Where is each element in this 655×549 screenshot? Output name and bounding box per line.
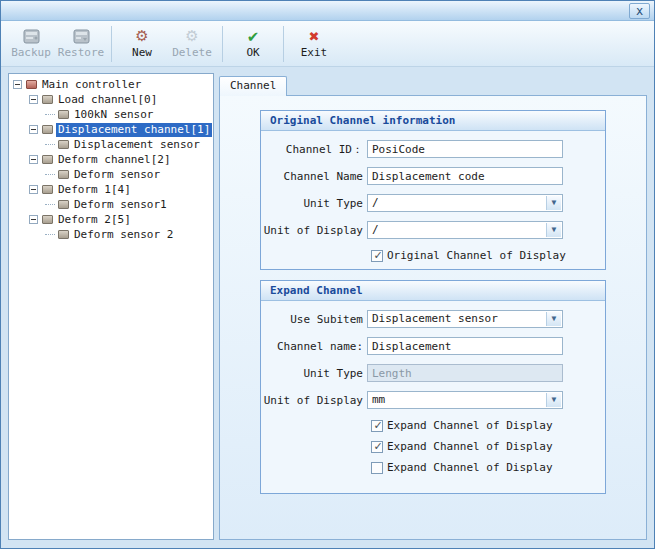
chevron-down-icon[interactable]: ▼ [546, 312, 561, 326]
ok-check-icon: ✔ [247, 28, 260, 45]
unit-display-row: Unit of Display / ▼ [261, 221, 605, 239]
title-bar: x [1, 1, 654, 21]
expand-unit-display-select[interactable]: mm ▼ [367, 391, 563, 409]
tree-item-deform-sensor-2[interactable]: Deform sensor 2 [11, 227, 211, 242]
sensor-icon [58, 200, 69, 209]
original-channel-group: Original Channel information Channel ID：… [260, 110, 606, 270]
collapse-icon[interactable] [29, 185, 38, 194]
chevron-down-icon[interactable]: ▼ [546, 223, 561, 237]
tree-item-deform-sensor[interactable]: Deform sensor [11, 167, 211, 182]
tree-item-label: Load channel[0] [56, 93, 159, 107]
channel-icon [42, 125, 53, 134]
unit-display-select[interactable]: / ▼ [367, 221, 563, 239]
ok-button[interactable]: ✔ OK [228, 23, 278, 65]
use-subitem-select[interactable]: Displacement sensor ▼ [367, 310, 563, 328]
sensor-icon [58, 110, 69, 119]
toolbar: Backup Restore ⚙ New ⚙ Delete ✔ OK ✖ Exi… [1, 21, 654, 67]
channel-id-row: Channel ID： [261, 140, 605, 158]
sensor-icon [58, 140, 69, 149]
tree-connector [45, 114, 55, 115]
channel-settings-dialog: x Backup Restore ⚙ New ⚙ Delete ✔ OK [0, 0, 655, 549]
expand-display-checkbox-1[interactable] [371, 420, 383, 432]
sensor-icon [58, 170, 69, 179]
chevron-down-icon[interactable]: ▼ [546, 196, 561, 210]
unit-display-label: Unit of Display [261, 224, 367, 237]
exit-label: Exit [301, 46, 328, 59]
unit-type-select[interactable]: / ▼ [367, 194, 563, 212]
tree-item-deform-channel-2[interactable]: Deform channel[2] [11, 152, 211, 167]
tree-item-deform-2-5[interactable]: Deform 2[5] [11, 212, 211, 227]
original-display-row: Original Channel of Display [261, 249, 605, 262]
expand-unit-display-row: Unit of Display mm ▼ [261, 391, 605, 409]
toolbar-separator [111, 26, 112, 62]
channel-name-row: Channel Name [261, 167, 605, 185]
channel-id-input[interactable] [367, 140, 563, 158]
ok-label: OK [246, 46, 259, 59]
tab-channel[interactable]: Channel [219, 76, 287, 96]
tree-item-load-channel-0[interactable]: Load channel[0] [11, 92, 211, 107]
tree-item-label: Deform sensor 2 [72, 228, 175, 242]
expand-channel-name-label: Channel name: [261, 340, 367, 353]
backup-button: Backup [6, 23, 56, 65]
unit-type-value: / [372, 196, 379, 209]
backup-icon [23, 28, 40, 45]
new-gear-icon: ⚙ [135, 28, 148, 45]
expand-unit-type-row: Unit Type [261, 364, 605, 382]
tree-item-label: Deform sensor [72, 168, 162, 182]
collapse-icon[interactable] [29, 155, 38, 164]
restore-label: Restore [58, 46, 104, 59]
tree-item-deform-1-4[interactable]: Deform 1[4] [11, 182, 211, 197]
delete-gear-icon: ⚙ [185, 28, 198, 45]
sensor-icon [58, 230, 69, 239]
tree-connector [45, 144, 55, 145]
expand-display-checkbox-1-label: Expand Channel of Display [387, 419, 553, 432]
collapse-icon[interactable] [29, 215, 38, 224]
channel-name-input[interactable] [367, 167, 563, 185]
collapse-icon[interactable] [13, 80, 22, 89]
tree-connector [45, 204, 55, 205]
tree-connector [45, 174, 55, 175]
tree-item-displacement-channel-1[interactable]: Displacement channel[1] [11, 122, 211, 137]
exit-cross-icon: ✖ [309, 28, 320, 45]
controller-icon [26, 80, 37, 89]
tree-item-label: Main controller [40, 78, 143, 92]
expand-unit-display-label: Unit of Display [261, 394, 367, 407]
restore-icon [73, 28, 90, 45]
tree-item-label: Deform sensor1 [72, 198, 169, 212]
channel-icon [42, 155, 53, 164]
close-button[interactable]: x [629, 3, 650, 19]
channel-icon [42, 215, 53, 224]
channel-id-label: Channel ID： [261, 142, 367, 157]
expand-channel-group-title: Expand Channel [261, 281, 605, 301]
tree-item-main-controller[interactable]: Main controller [11, 77, 211, 92]
original-display-checkbox[interactable] [371, 250, 383, 262]
close-icon: x [636, 5, 643, 17]
collapse-icon[interactable] [29, 95, 38, 104]
expand-display-checkbox-3[interactable] [371, 462, 383, 474]
expand-channel-name-input[interactable] [367, 337, 563, 355]
unit-type-label: Unit Type [261, 197, 367, 210]
expand-unit-type-label: Unit Type [261, 367, 367, 380]
channel-tab-page: Original Channel information Channel ID：… [219, 95, 647, 540]
tree-item-displacement-sensor[interactable]: Displacement sensor [11, 137, 211, 152]
original-display-checkbox-label: Original Channel of Display [387, 249, 566, 262]
chevron-down-icon[interactable]: ▼ [546, 393, 561, 407]
new-button[interactable]: ⚙ New [117, 23, 167, 65]
tree-item-deform-sensor1[interactable]: Deform sensor1 [11, 197, 211, 212]
expand-channel-name-row: Channel name: [261, 337, 605, 355]
tree-item-label: Displacement channel[1] [56, 123, 212, 137]
tree-item-100kn-sensor[interactable]: 100kN sensor [11, 107, 211, 122]
new-label: New [132, 46, 152, 59]
restore-button: Restore [56, 23, 106, 65]
tree-connector [45, 234, 55, 235]
expand-channel-group: Expand Channel Use Subitem Displacement … [260, 280, 606, 494]
use-subitem-value: Displacement sensor [372, 312, 498, 325]
exit-button[interactable]: ✖ Exit [289, 23, 339, 65]
unit-display-value: / [372, 223, 379, 236]
backup-label: Backup [11, 46, 51, 59]
expand-display-checkbox-2[interactable] [371, 441, 383, 453]
expand-display-row-2: Expand Channel of Display [261, 440, 605, 453]
tree-item-label: Deform 2[5] [56, 213, 133, 227]
use-subitem-label: Use Subitem [261, 313, 367, 326]
collapse-icon[interactable] [29, 125, 38, 134]
